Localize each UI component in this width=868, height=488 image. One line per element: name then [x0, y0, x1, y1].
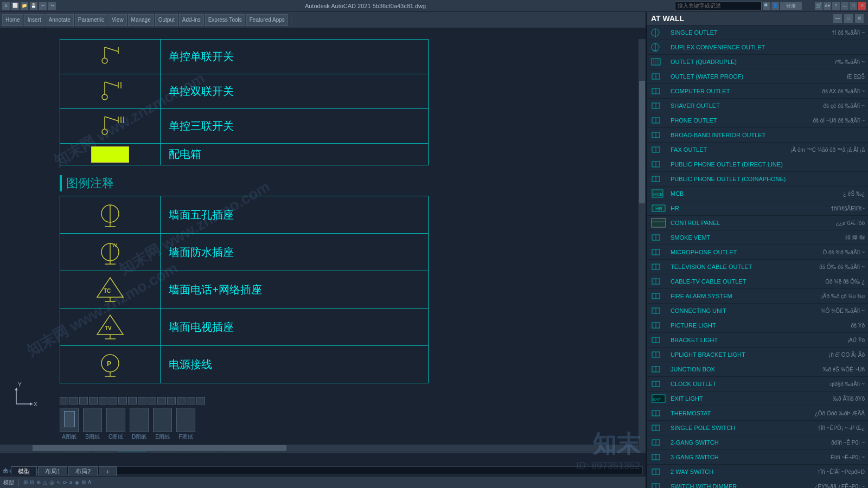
toolbar-manage[interactable]: Manage [128, 14, 154, 26]
panel-float-btn[interactable]: □ [844, 14, 853, 23]
rp-item-smoke-vent[interactable]: SMOKE VEMT排 爆 铜 [647, 230, 868, 245]
toolbar-addins[interactable]: Add-ins [179, 14, 204, 26]
minimize-icon[interactable]: — [841, 2, 848, 10]
toolbar-annotate[interactable]: Annotate [46, 14, 74, 26]
rp-item-outlet-single[interactable]: SINGLE OUTLET†Ï ðš ‰ãÃĭï ~ [647, 25, 868, 40]
thumb-icon[interactable] [157, 397, 166, 404]
rp-item-microphone[interactable]: MICROPHONE OUTLETÔ ðš %ð ‰ãÃĭï ~ [647, 245, 868, 260]
status-icon-dynin[interactable]: ⊳ [63, 479, 67, 485]
rp-item-hr[interactable]: HRHR†öïïïš§ÃEïïïš~ [647, 201, 868, 216]
toolbar-home[interactable]: Home [2, 14, 23, 26]
status-icon-ann[interactable]: A [88, 479, 92, 485]
toolbar-insert[interactable]: Insert [24, 14, 44, 26]
panel-minimize-btn[interactable]: — [833, 14, 842, 23]
rp-item-thermostat[interactable]: THERMOSTAT¿Öð Öðð ‰ðÞ ÆÃÅ [647, 406, 868, 421]
rp-item-outlet-waterproof[interactable]: OUTLET (WATER PROOF)ïÈ EΩŠ [647, 69, 868, 84]
vertical-scrollbar[interactable] [638, 39, 646, 452]
undo-icon[interactable]: ↩ [39, 2, 47, 10]
toolbar-featured[interactable]: Featured Apps [246, 14, 288, 26]
layout-thumb-a[interactable] [60, 408, 79, 432]
tab-layout1[interactable]: 布局1 [38, 466, 67, 476]
toolbar-view[interactable]: View [108, 14, 127, 26]
redo-icon[interactable]: ↪ [48, 2, 56, 10]
thumb-icon[interactable] [118, 397, 127, 404]
rp-item-fire-alarm[interactable]: FIRE ALARM SYSTEM¡Ãð ‰ð çð ¾u ¾u [647, 289, 868, 304]
rp-item-picture-light[interactable]: PICTURE LIGHTðš Ÿð [647, 318, 868, 333]
layout-thumb-f[interactable] [176, 408, 195, 432]
rp-item-outlet-quad[interactable]: OUTLET (QUADRUPLE)ïº‰ ‰ãÃĭï ~ [647, 55, 868, 69]
rp-item-2gang-switch[interactable]: 2-GANG SWITCHðöïñ ~Ê P0¡ ~ [647, 435, 868, 450]
thumb-icon[interactable] [138, 397, 146, 404]
rp-item-exit-light[interactable]: EXITEXIT LIGHT‰ð Ãïïïš ðŸð [647, 391, 868, 406]
help-icon[interactable]: ? [832, 2, 840, 10]
rp-item-outlet-duplex[interactable]: DUPLEX CONVENIENCE OUTLET [647, 40, 868, 55]
cart-icon[interactable]: 🛒 [815, 2, 822, 10]
search-icon[interactable]: 🔍 [763, 2, 770, 10]
layout-thumb-c[interactable] [106, 408, 125, 432]
login-btn[interactable]: 登录 [780, 2, 802, 10]
rp-item-connecting-unit[interactable]: CONNECTING UNIT¾Ô ¾ÔÉ ‰ãÃĭï ~ [647, 304, 868, 318]
status-icon-snap[interactable]: ⊞ [23, 479, 28, 485]
rp-item-mcb[interactable]: MCBMCB¿ éŠ ‰¿ [647, 187, 868, 201]
rp-item-catv[interactable]: CABLE-TV CABLE OUTLETÖð ¾ë ðš Ô‰ ¿ [647, 274, 868, 289]
rp-item-bracket-light[interactable]: BRACKET LIGHT¡ÀÜ Ÿð [647, 333, 868, 348]
thumb-icon[interactable] [196, 397, 205, 404]
rp-item-outlet-shaver[interactable]: SHAVER OUTLETðš çé ðš ‰ãÃĭï ~ [647, 99, 868, 113]
status-icon-transp[interactable]: ◈ [75, 479, 79, 485]
tab-plus[interactable]: + [0, 464, 11, 476]
thumb-icon[interactable] [167, 397, 176, 404]
global-search[interactable] [675, 2, 762, 10]
rp-item-tv-cable[interactable]: TELEVISION CABLE OUTLETðš Ô‰ ðš ‰ãÃĭï ~ [647, 260, 868, 274]
status-icon-grid[interactable]: ⊟ [30, 479, 34, 485]
rp-item-clock-outlet[interactable]: CLOCK OUTLETqlð§ð ‰ãÃĭï ~ [647, 377, 868, 391]
rp-item-2way-switch[interactable]: 2 WAY SWITCH†Ïñ ~ÊïÃï ~PépðÞÐ [647, 465, 868, 479]
layout-thumb-e[interactable] [153, 408, 172, 432]
new-icon[interactable]: ⬜ [11, 2, 19, 10]
thumb-icon[interactable] [79, 397, 88, 404]
layout-thumb-d[interactable] [130, 408, 149, 432]
thumb-icon[interactable] [99, 397, 107, 404]
rp-item-outlet-pubphone[interactable]: PUBLIC PHONE OUTLET (DIRECT LINE) [647, 157, 868, 172]
rp-item-3gang-switch[interactable]: 3-GANG SWITCHÉïïñ ~Ê¬P0¡ ~ [647, 450, 868, 465]
maximize-icon[interactable]: □ [850, 2, 857, 10]
horizontal-scrollbar[interactable] [0, 444, 638, 452]
thumb-icon[interactable] [69, 397, 78, 404]
toolbar-output[interactable]: Output [155, 14, 178, 26]
status-icon-otrack[interactable]: ∿ [56, 479, 61, 485]
status-icon-osnap[interactable]: ◎ [49, 479, 54, 485]
thumb-icon[interactable] [108, 397, 117, 404]
status-icon-ortho[interactable]: ⊕ [36, 479, 41, 485]
status-icon-lineweight[interactable]: ≡ [69, 479, 73, 485]
tab-plus-layout[interactable]: + [99, 466, 116, 476]
rp-item-outlet-phone[interactable]: PHONE OUTLETðš öÏ ~Üñ ðš ‰ãÃĭï ~ [647, 113, 868, 128]
thumb-icon[interactable] [187, 397, 195, 404]
panel-close-btn[interactable]: ✕ [855, 14, 864, 23]
status-icon-polar[interactable]: △ [43, 479, 47, 485]
tab-layout2[interactable]: 布局2 [68, 466, 98, 476]
close-icon[interactable]: ✕ [858, 2, 866, 10]
save-icon[interactable]: 💾 [30, 2, 37, 10]
rp-item-dimmer-switch[interactable]: SWITCH WITH DIMMER¿ÉŸ‰ãã ¿EÊ¬P0¡ ~ [647, 479, 868, 488]
layout-thumb-b[interactable] [83, 408, 102, 432]
toolbar-express[interactable]: Express Tools [205, 14, 245, 26]
thumb-icon[interactable] [177, 397, 186, 404]
rp-item-junction-box[interactable]: JUNCTION BOX‰ð éŠ ¾ÔÉ ~Üñ [647, 362, 868, 377]
status-icon-sel[interactable]: ⊞ [81, 479, 86, 485]
settings-icon[interactable]: A▾ [824, 2, 831, 10]
thumb-icon[interactable] [128, 397, 137, 404]
rp-item-outlet-coinphone[interactable]: PUBLIC PHONE OUTLET (COINAPHONE) [647, 172, 868, 187]
user-icon[interactable]: 👤 [771, 2, 779, 10]
thumb-icon[interactable] [60, 397, 68, 404]
tab-model[interactable]: 模型 [11, 466, 37, 476]
rp-item-uplight-bracket[interactable]: UPLIGHT BRACKET LIGHT¡ñ ëÏ ÖÖ Ã¡ Ãð [647, 348, 868, 362]
rp-extra-catv: Öð ¾ë ðš Ô‰ ¿ [825, 279, 865, 285]
rp-item-single-pole-switch[interactable]: SINGLE POLE SWITCH†Ïñ ~ÊPÔ¡ ~¬P Œ¿ [647, 421, 868, 435]
toolbar-parametric[interactable]: Parametric [75, 14, 107, 26]
rp-item-outlet-computer[interactable]: COMPUTER OUTLETðš AX ðš ‰ãÃĭï ~ [647, 84, 868, 99]
open-icon[interactable]: 📁 [21, 2, 28, 10]
thumb-icon[interactable] [89, 397, 98, 404]
rp-item-outlet-fax[interactable]: FAX OUTLET¡Ã öm ™C ¾ãð öð ™ã ¡ã ÃÏ ¡ã [647, 143, 868, 157]
rp-item-control-panel[interactable]: CONTROL PANEL¿¿ø 0Æ ïðð [647, 216, 868, 230]
rp-item-outlet-broadband[interactable]: BROAD-BAND INTERIOR OUTLET [647, 128, 868, 143]
thumb-icon[interactable] [148, 397, 156, 404]
